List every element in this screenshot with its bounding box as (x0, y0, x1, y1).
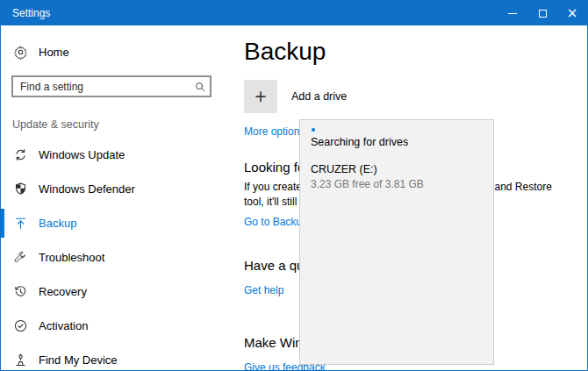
sidebar-item-activation[interactable]: Activation (1, 309, 226, 343)
sidebar-item-label: Recovery (39, 285, 87, 298)
add-drive-button[interactable]: + Add a drive (244, 80, 556, 113)
plus-icon: + (244, 80, 277, 113)
selected-indicator (1, 209, 4, 238)
sidebar-item-windows-defender[interactable]: Windows Defender (1, 172, 226, 206)
sidebar-item-label: Windows Defender (39, 182, 135, 196)
wrench-icon (13, 250, 28, 265)
add-drive-label: Add a drive (291, 90, 347, 103)
shield-icon (13, 182, 28, 196)
sidebar-item-label: Activation (39, 319, 88, 332)
get-help-link[interactable]: Get help (244, 284, 283, 296)
gear-icon (13, 45, 28, 60)
sidebar-section-label: Update & security (12, 118, 99, 131)
sidebar-item-recovery[interactable]: Recovery (1, 275, 226, 309)
progress-dot-icon (312, 128, 315, 132)
sync-icon (13, 147, 28, 162)
drive-free-space: 3.23 GB free of 3.81 GB (311, 177, 483, 191)
sidebar-item-label: Windows Update (39, 148, 125, 161)
sidebar-item-backup[interactable]: Backup (1, 206, 226, 240)
locate-device-icon (13, 353, 28, 367)
flyout-status-text: Searching for drives (311, 136, 408, 148)
backup-arrow-icon (13, 216, 28, 231)
window-title: Settings (1, 7, 50, 19)
close-button[interactable]: × (557, 1, 587, 25)
sidebar-item-label: Backup (39, 217, 76, 230)
sidebar-item-label: Troubleshoot (39, 251, 104, 264)
checkmark-circle-icon (13, 318, 28, 333)
sidebar-item-label: Find My Device (39, 353, 118, 367)
settings-window: Settings × Home (0, 0, 588, 371)
minimize-button[interactable] (498, 1, 527, 25)
sidebar-item-windows-update[interactable]: Windows Update (1, 138, 226, 172)
search-input[interactable] (13, 81, 190, 93)
sidebar-item-troubleshoot[interactable]: Troubleshoot (1, 240, 226, 275)
sidebar-item-find-my-device[interactable]: Find My Device (1, 343, 226, 371)
drive-flyout: Searching for drives CRUZER (E:) 3.23 GB… (299, 119, 494, 365)
search-box (11, 75, 212, 97)
maximize-icon (539, 10, 547, 18)
maximize-button[interactable] (527, 1, 557, 25)
close-icon: × (567, 7, 578, 20)
search-icon[interactable] (190, 81, 210, 93)
sidebar-item-home[interactable]: Home (1, 36, 226, 68)
sidebar-item-label: Home (39, 46, 69, 59)
drive-list-item[interactable]: CRUZER (E:) 3.23 GB free of 3.81 GB (300, 159, 493, 195)
page-title: Backup (244, 37, 556, 67)
history-icon (13, 284, 28, 299)
window-controls: × (498, 1, 587, 25)
drive-name: CRUZER (E:) (311, 162, 483, 177)
more-options-link[interactable]: More options (244, 125, 305, 138)
minimize-icon (508, 13, 517, 14)
sidebar: Home Update & security Windows Upd (1, 25, 226, 370)
titlebar: Settings × (1, 1, 587, 25)
sidebar-nav: Windows Update Windows Defender Backup (1, 138, 226, 371)
